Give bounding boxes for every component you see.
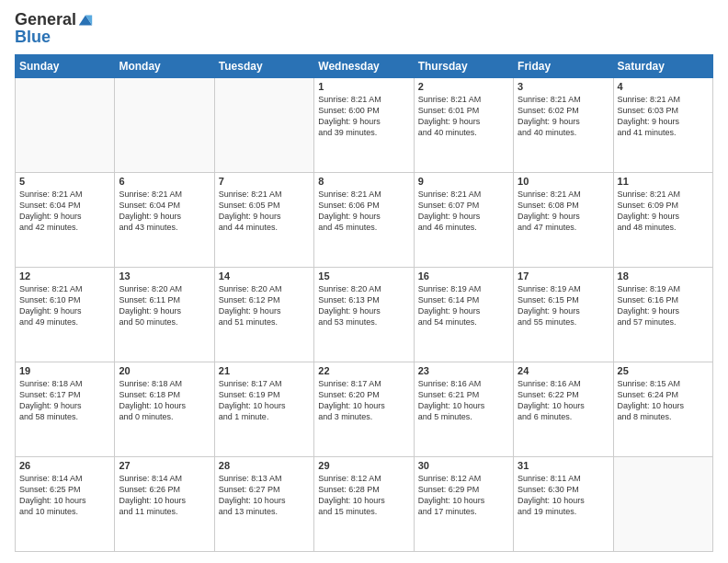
weekday-header-sunday: Sunday (16, 54, 115, 77)
calendar-cell: 19Sunrise: 8:18 AM Sunset: 6:17 PM Dayli… (16, 362, 115, 456)
day-number: 31 (518, 460, 609, 471)
header: General Blue (15, 11, 713, 47)
logo: General Blue (15, 11, 94, 47)
day-number: 13 (119, 270, 210, 282)
day-info: Sunrise: 8:20 AM Sunset: 6:11 PM Dayligh… (119, 283, 210, 328)
weekday-header-monday: Monday (115, 54, 214, 77)
calendar-cell: 27Sunrise: 8:14 AM Sunset: 6:26 PM Dayli… (115, 456, 214, 551)
calendar-cell: 9Sunrise: 8:21 AM Sunset: 6:07 PM Daylig… (414, 172, 513, 267)
day-number: 15 (318, 270, 409, 282)
day-info: Sunrise: 8:19 AM Sunset: 6:16 PM Dayligh… (618, 283, 709, 328)
week-row-3: 12Sunrise: 8:21 AM Sunset: 6:10 PM Dayli… (16, 267, 713, 362)
calendar-cell: 28Sunrise: 8:13 AM Sunset: 6:27 PM Dayli… (214, 456, 313, 551)
day-info: Sunrise: 8:21 AM Sunset: 6:07 PM Dayligh… (418, 189, 509, 234)
day-info: Sunrise: 8:21 AM Sunset: 6:09 PM Dayligh… (618, 189, 709, 234)
day-number: 1 (318, 81, 409, 92)
day-info: Sunrise: 8:21 AM Sunset: 6:00 PM Dayligh… (318, 94, 409, 139)
day-number: 24 (518, 365, 609, 376)
day-info: Sunrise: 8:17 AM Sunset: 6:20 PM Dayligh… (318, 378, 409, 423)
calendar-cell: 24Sunrise: 8:16 AM Sunset: 6:22 PM Dayli… (514, 362, 613, 456)
calendar-cell: 2Sunrise: 8:21 AM Sunset: 6:01 PM Daylig… (414, 77, 513, 172)
calendar-cell (115, 77, 214, 172)
day-number: 21 (219, 365, 310, 376)
week-row-4: 19Sunrise: 8:18 AM Sunset: 6:17 PM Dayli… (16, 362, 713, 456)
weekday-header-wednesday: Wednesday (314, 54, 414, 77)
calendar-cell: 4Sunrise: 8:21 AM Sunset: 6:03 PM Daylig… (613, 77, 712, 172)
day-info: Sunrise: 8:15 AM Sunset: 6:24 PM Dayligh… (618, 378, 709, 423)
day-info: Sunrise: 8:14 AM Sunset: 6:26 PM Dayligh… (119, 473, 210, 518)
weekday-header-row: SundayMondayTuesdayWednesdayThursdayFrid… (16, 54, 713, 77)
day-number: 16 (418, 270, 509, 282)
calendar-cell: 1Sunrise: 8:21 AM Sunset: 6:00 PM Daylig… (314, 77, 414, 172)
day-number: 23 (418, 365, 509, 376)
week-row-2: 5Sunrise: 8:21 AM Sunset: 6:04 PM Daylig… (16, 172, 713, 267)
day-info: Sunrise: 8:20 AM Sunset: 6:13 PM Dayligh… (318, 283, 409, 328)
calendar-cell (16, 77, 115, 172)
day-info: Sunrise: 8:18 AM Sunset: 6:17 PM Dayligh… (19, 378, 110, 423)
calendar-cell: 26Sunrise: 8:14 AM Sunset: 6:25 PM Dayli… (16, 456, 115, 551)
calendar-cell: 12Sunrise: 8:21 AM Sunset: 6:10 PM Dayli… (16, 267, 115, 362)
day-number: 2 (418, 81, 509, 92)
day-info: Sunrise: 8:21 AM Sunset: 6:08 PM Dayligh… (518, 189, 609, 234)
day-number: 17 (518, 270, 609, 282)
day-info: Sunrise: 8:21 AM Sunset: 6:04 PM Dayligh… (19, 189, 110, 234)
calendar-table: SundayMondayTuesdayWednesdayThursdayFrid… (15, 54, 713, 552)
day-number: 26 (19, 460, 110, 471)
day-info: Sunrise: 8:12 AM Sunset: 6:28 PM Dayligh… (318, 473, 409, 518)
day-number: 3 (518, 81, 609, 92)
calendar-cell: 21Sunrise: 8:17 AM Sunset: 6:19 PM Dayli… (214, 362, 313, 456)
calendar-cell: 22Sunrise: 8:17 AM Sunset: 6:20 PM Dayli… (314, 362, 414, 456)
page: General Blue SundayMondayTuesdayWednesda… (0, 0, 728, 563)
day-number: 8 (318, 176, 409, 187)
calendar-cell: 11Sunrise: 8:21 AM Sunset: 6:09 PM Dayli… (613, 172, 712, 267)
calendar-cell: 10Sunrise: 8:21 AM Sunset: 6:08 PM Dayli… (514, 172, 613, 267)
day-info: Sunrise: 8:20 AM Sunset: 6:12 PM Dayligh… (219, 283, 310, 328)
calendar-cell: 18Sunrise: 8:19 AM Sunset: 6:16 PM Dayli… (613, 267, 712, 362)
day-number: 11 (618, 176, 709, 187)
day-number: 9 (418, 176, 509, 187)
day-info: Sunrise: 8:18 AM Sunset: 6:18 PM Dayligh… (119, 378, 210, 423)
day-info: Sunrise: 8:16 AM Sunset: 6:22 PM Dayligh… (518, 378, 609, 423)
logo-icon (77, 12, 94, 29)
calendar-cell: 16Sunrise: 8:19 AM Sunset: 6:14 PM Dayli… (414, 267, 513, 362)
day-number: 27 (119, 460, 210, 471)
day-info: Sunrise: 8:17 AM Sunset: 6:19 PM Dayligh… (219, 378, 310, 423)
calendar-cell: 6Sunrise: 8:21 AM Sunset: 6:04 PM Daylig… (115, 172, 214, 267)
calendar-cell: 31Sunrise: 8:11 AM Sunset: 6:30 PM Dayli… (514, 456, 613, 551)
day-number: 19 (19, 365, 110, 376)
day-number: 7 (219, 176, 310, 187)
day-info: Sunrise: 8:21 AM Sunset: 6:01 PM Dayligh… (418, 94, 509, 139)
weekday-header-saturday: Saturday (613, 54, 712, 77)
calendar-cell: 15Sunrise: 8:20 AM Sunset: 6:13 PM Dayli… (314, 267, 414, 362)
day-info: Sunrise: 8:21 AM Sunset: 6:02 PM Dayligh… (518, 94, 609, 139)
calendar-cell: 20Sunrise: 8:18 AM Sunset: 6:18 PM Dayli… (115, 362, 214, 456)
calendar-cell: 30Sunrise: 8:12 AM Sunset: 6:29 PM Dayli… (414, 456, 513, 551)
calendar-cell: 5Sunrise: 8:21 AM Sunset: 6:04 PM Daylig… (16, 172, 115, 267)
day-number: 14 (219, 270, 310, 282)
calendar-cell (214, 77, 313, 172)
day-number: 22 (318, 365, 409, 376)
day-number: 4 (618, 81, 709, 92)
day-number: 18 (618, 270, 709, 282)
calendar-cell: 17Sunrise: 8:19 AM Sunset: 6:15 PM Dayli… (514, 267, 613, 362)
day-info: Sunrise: 8:21 AM Sunset: 6:04 PM Dayligh… (119, 189, 210, 234)
day-info: Sunrise: 8:11 AM Sunset: 6:30 PM Dayligh… (518, 473, 609, 518)
weekday-header-tuesday: Tuesday (214, 54, 313, 77)
weekday-header-friday: Friday (514, 54, 613, 77)
calendar-cell: 13Sunrise: 8:20 AM Sunset: 6:11 PM Dayli… (115, 267, 214, 362)
day-info: Sunrise: 8:21 AM Sunset: 6:05 PM Dayligh… (219, 189, 310, 234)
calendar-cell: 7Sunrise: 8:21 AM Sunset: 6:05 PM Daylig… (214, 172, 313, 267)
calendar-cell: 29Sunrise: 8:12 AM Sunset: 6:28 PM Dayli… (314, 456, 414, 551)
day-number: 10 (518, 176, 609, 187)
day-info: Sunrise: 8:12 AM Sunset: 6:29 PM Dayligh… (418, 473, 509, 518)
calendar-cell: 8Sunrise: 8:21 AM Sunset: 6:06 PM Daylig… (314, 172, 414, 267)
day-info: Sunrise: 8:16 AM Sunset: 6:21 PM Dayligh… (418, 378, 509, 423)
day-number: 28 (219, 460, 310, 471)
week-row-1: 1Sunrise: 8:21 AM Sunset: 6:00 PM Daylig… (16, 77, 713, 172)
day-number: 25 (618, 365, 709, 376)
day-info: Sunrise: 8:21 AM Sunset: 6:10 PM Dayligh… (19, 283, 110, 328)
weekday-header-thursday: Thursday (414, 54, 513, 77)
day-number: 20 (119, 365, 210, 376)
calendar-cell: 23Sunrise: 8:16 AM Sunset: 6:21 PM Dayli… (414, 362, 513, 456)
calendar-cell (613, 456, 712, 551)
